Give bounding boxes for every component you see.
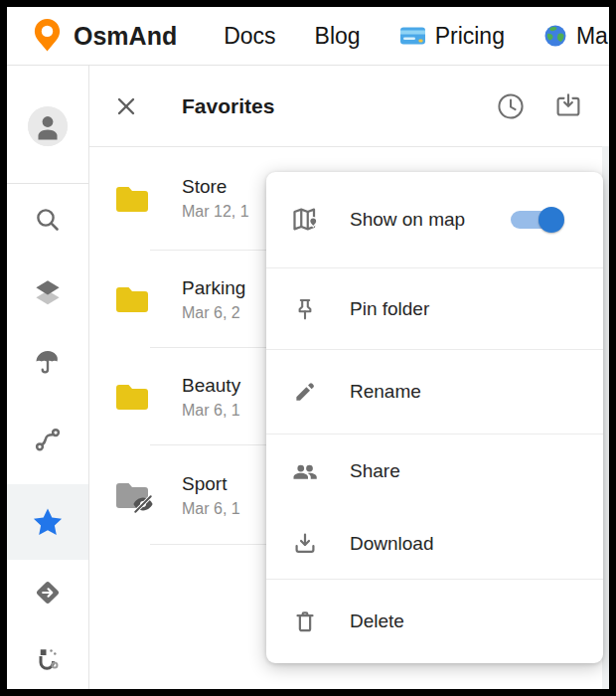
directions-icon: [32, 577, 64, 609]
sidebar-item-navigation[interactable]: [7, 555, 88, 630]
brand-name[interactable]: OsmAnd: [74, 22, 177, 51]
nav-link-docs-label: Docs: [224, 23, 275, 50]
people-icon: [290, 456, 320, 486]
menu-section: Share Download: [266, 435, 603, 580]
nav-link-map-label: Map: [576, 23, 609, 50]
menu-item-delete[interactable]: Delete: [266, 580, 603, 663]
trash-icon: [290, 607, 320, 636]
folder-date: Mar 12, 1: [182, 200, 249, 223]
nav-link-pricing[interactable]: Pricing: [399, 23, 505, 50]
menu-item-download[interactable]: Download: [266, 507, 603, 580]
sidebar-item-search[interactable]: [7, 182, 88, 258]
menu-item-show-on-map[interactable]: Show on map: [266, 172, 603, 267]
star-icon: [31, 506, 65, 539]
osmand-logo-icon[interactable]: [31, 18, 64, 54]
menu-item-label: Pin folder: [350, 298, 586, 320]
sidebar-item-tracks[interactable]: [7, 402, 88, 477]
show-on-map-toggle[interactable]: [509, 207, 564, 233]
sidebar-item-weather[interactable]: [7, 324, 88, 400]
credit-card-icon: [399, 26, 426, 46]
nav-link-blog[interactable]: Blog: [315, 23, 361, 50]
favorites-panel: Favorites: [89, 66, 609, 689]
menu-section: Rename: [266, 350, 603, 435]
menu-item-label: Share: [350, 460, 586, 482]
folder-icon: [114, 283, 150, 315]
pencil-icon: [290, 377, 320, 407]
nav-link-pricing-label: Pricing: [435, 23, 505, 50]
nav-link-docs[interactable]: Docs: [224, 23, 275, 50]
menu-item-label: Delete: [350, 610, 586, 632]
panel-title: Favorites: [182, 94, 274, 118]
plan-route-icon: [33, 644, 63, 674]
folder-name: Beauty: [182, 373, 240, 399]
sidebar-item-map-layers[interactable]: [7, 255, 88, 330]
toggle-thumb: [539, 207, 564, 233]
app-window: OsmAnd Docs Blog Pricing: [7, 7, 609, 689]
menu-item-label: Rename: [350, 381, 586, 403]
folder-date: Mar 6, 2: [182, 301, 245, 324]
scrollbar-track[interactable]: [602, 146, 609, 689]
left-sidebar: [7, 66, 89, 689]
eye-off-icon: [132, 493, 154, 515]
folder-icon: [114, 183, 150, 215]
push-pin-icon: [290, 294, 320, 324]
menu-item-pin-folder[interactable]: Pin folder: [266, 268, 603, 349]
folder-date: Mar 6, 1: [182, 497, 240, 520]
nav-link-blog-label: Blog: [315, 23, 361, 50]
menu-item-share[interactable]: Share: [266, 435, 603, 507]
menu-section: Delete: [266, 580, 603, 663]
nav-link-map[interactable]: Map: [543, 23, 609, 50]
search-icon: [33, 205, 63, 235]
close-icon[interactable]: [112, 92, 140, 120]
recent-history-icon[interactable]: [496, 91, 526, 121]
track-route-icon: [33, 425, 63, 454]
folder-name: Store: [182, 174, 249, 200]
import-file-icon[interactable]: [553, 91, 583, 121]
umbrella-icon: [33, 347, 63, 377]
folder-name: Sport: [182, 471, 240, 497]
layers-icon: [33, 277, 63, 307]
menu-section: Show on map: [266, 172, 603, 268]
account-avatar[interactable]: [28, 106, 68, 146]
content-area: Favorites: [7, 66, 609, 689]
hidden-folder-icon: [114, 479, 150, 511]
map-pin-icon: [290, 205, 320, 235]
menu-section: Pin folder: [266, 268, 603, 350]
sidebar-item-plan-route[interactable]: [7, 628, 88, 689]
menu-item-label: Download: [350, 533, 586, 555]
download-icon: [290, 529, 320, 559]
top-navbar: OsmAnd Docs Blog Pricing: [7, 7, 609, 66]
panel-header: Favorites: [89, 66, 609, 147]
person-icon: [28, 106, 68, 146]
menu-item-rename[interactable]: Rename: [266, 350, 603, 434]
folder-context-menu: Show on map: [266, 172, 603, 663]
menu-item-label: Show on map: [350, 209, 509, 231]
globe-icon: [543, 24, 567, 48]
sidebar-item-favorites[interactable]: [7, 484, 88, 560]
folder-name: Parking: [182, 275, 245, 301]
folder-icon: [114, 381, 150, 413]
folder-date: Mar 6, 1: [182, 399, 240, 422]
